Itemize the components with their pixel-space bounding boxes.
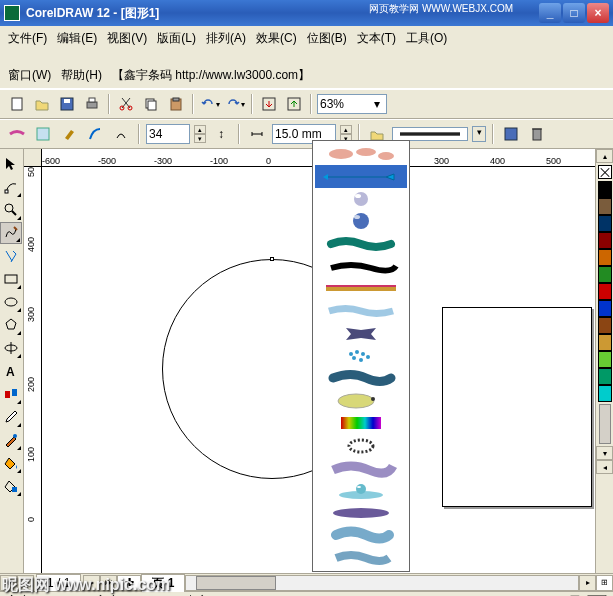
stroke-item[interactable] <box>315 412 407 434</box>
smoothing-spinner[interactable]: ▴▾ <box>194 125 206 143</box>
undo-button[interactable]: ▾ <box>199 93 221 115</box>
hscroll-right[interactable]: ▸ <box>579 575 596 591</box>
stroke-dropdown-arrow[interactable]: ▾ <box>472 126 486 142</box>
import-button[interactable] <box>258 93 280 115</box>
redo-button[interactable]: ▾ <box>224 93 246 115</box>
ruler-vertical[interactable]: 504003002001000 <box>24 167 42 573</box>
ruler-origin[interactable] <box>24 149 42 167</box>
menu-edit[interactable]: 编辑(E) <box>57 30 97 47</box>
smoothing-field[interactable] <box>146 124 190 144</box>
basic-shapes-tool[interactable] <box>0 337 22 359</box>
paste-button[interactable] <box>165 93 187 115</box>
stroke-item[interactable] <box>315 143 407 165</box>
ellipse-tool[interactable] <box>0 291 22 313</box>
color-swatch[interactable] <box>598 351 612 368</box>
sprayer-icon[interactable] <box>58 123 80 145</box>
menu-help[interactable]: 帮助(H) <box>61 67 102 84</box>
menu-effects[interactable]: 效果(C) <box>256 30 297 47</box>
color-swatch[interactable] <box>598 385 612 402</box>
copy-button[interactable] <box>140 93 162 115</box>
zoom-input[interactable] <box>320 97 370 111</box>
palette-flyout[interactable]: ◂ <box>596 460 613 474</box>
stroke-item[interactable] <box>315 457 407 479</box>
menu-arrange[interactable]: 排列(A) <box>206 30 246 47</box>
new-button[interactable] <box>6 93 28 115</box>
stroke-item[interactable] <box>315 524 407 546</box>
stroke-item[interactable] <box>315 502 407 524</box>
color-swatch[interactable] <box>598 266 612 283</box>
ellipse-node[interactable] <box>270 257 274 261</box>
close-button[interactable]: × <box>587 3 609 23</box>
stroke-item[interactable] <box>315 479 407 501</box>
first-page-button[interactable]: ⏮ <box>0 575 17 591</box>
fill-tool[interactable] <box>0 452 22 474</box>
freehand-tool[interactable] <box>0 222 22 244</box>
stroke-width-input[interactable] <box>275 127 325 141</box>
stroke-item[interactable] <box>315 255 407 277</box>
shape-tool[interactable] <box>0 176 22 198</box>
stroke-item[interactable] <box>315 210 407 232</box>
save-stroke-icon[interactable] <box>500 123 522 145</box>
color-swatch[interactable] <box>598 249 612 266</box>
color-swatch[interactable] <box>598 283 612 300</box>
smart-drawing-tool[interactable] <box>0 245 22 267</box>
text-tool[interactable]: A <box>0 360 22 382</box>
color-swatch[interactable] <box>598 317 612 334</box>
eyedropper-tool[interactable] <box>0 406 22 428</box>
color-swatch[interactable] <box>598 232 612 249</box>
menu-window[interactable]: 窗口(W) <box>8 67 51 84</box>
stroke-item[interactable] <box>315 233 407 255</box>
stroke-item[interactable] <box>315 434 407 456</box>
stroke-item[interactable] <box>315 278 407 300</box>
stroke-item[interactable] <box>315 345 407 367</box>
color-swatch[interactable] <box>598 198 612 215</box>
menu-layout[interactable]: 版面(L) <box>157 30 196 47</box>
stroke-item[interactable] <box>315 300 407 322</box>
cut-button[interactable] <box>115 93 137 115</box>
outline-tool[interactable] <box>0 429 22 451</box>
open-button[interactable] <box>31 93 53 115</box>
next-page-button[interactable]: ▸ <box>83 575 100 591</box>
pressure-icon[interactable] <box>110 123 132 145</box>
color-swatch[interactable] <box>598 368 612 385</box>
stroke-item[interactable] <box>315 188 407 210</box>
navigator-button[interactable]: ⊞ <box>596 575 613 591</box>
menu-view[interactable]: 视图(V) <box>107 30 147 47</box>
freehand-smooth-icon[interactable]: ↕ <box>210 123 232 145</box>
last-page-button[interactable]: ⏭ <box>100 575 117 591</box>
color-swatch[interactable] <box>598 300 612 317</box>
chevron-down-icon[interactable]: ▾ <box>370 97 384 111</box>
maximize-button[interactable]: □ <box>563 3 585 23</box>
interactive-fill-tool[interactable] <box>0 475 22 497</box>
brush-icon[interactable] <box>32 123 54 145</box>
palette-scroll-up[interactable]: ▴ <box>596 149 613 163</box>
no-fill-swatch[interactable] <box>598 165 612 179</box>
export-button[interactable] <box>283 93 305 115</box>
hscroll-thumb[interactable] <box>196 576 276 590</box>
smoothing-input[interactable] <box>149 127 179 141</box>
menu-text[interactable]: 文本(T) <box>357 30 396 47</box>
menu-file[interactable]: 文件(F) <box>8 30 47 47</box>
save-button[interactable] <box>56 93 78 115</box>
palette-scroll-down[interactable]: ▾ <box>596 446 613 460</box>
minimize-button[interactable]: _ <box>539 3 561 23</box>
zoom-combo[interactable]: ▾ <box>317 94 387 114</box>
rectangle-tool[interactable] <box>0 268 22 290</box>
stroke-list-dropdown[interactable] <box>312 140 410 572</box>
stroke-item[interactable] <box>315 547 407 569</box>
color-swatch[interactable] <box>598 334 612 351</box>
menu-extra-link[interactable]: 【鑫宇条码 http://www.lw3000.com】 <box>112 67 310 84</box>
stroke-item[interactable] <box>315 390 407 412</box>
zoom-tool[interactable] <box>0 199 22 221</box>
page-tab-1[interactable]: 页 1 <box>141 574 185 592</box>
print-button[interactable] <box>81 93 103 115</box>
stroke-item-selected[interactable] <box>315 165 407 187</box>
delete-stroke-icon[interactable] <box>526 123 548 145</box>
prev-page-button[interactable]: ◂ <box>17 575 34 591</box>
stroke-preview-combo[interactable] <box>392 127 468 141</box>
interactive-blend-tool[interactable] <box>0 383 22 405</box>
stroke-item[interactable] <box>315 367 407 389</box>
palette-thumb[interactable] <box>599 404 611 444</box>
stroke-item[interactable] <box>315 322 407 344</box>
color-swatch[interactable] <box>598 181 612 198</box>
